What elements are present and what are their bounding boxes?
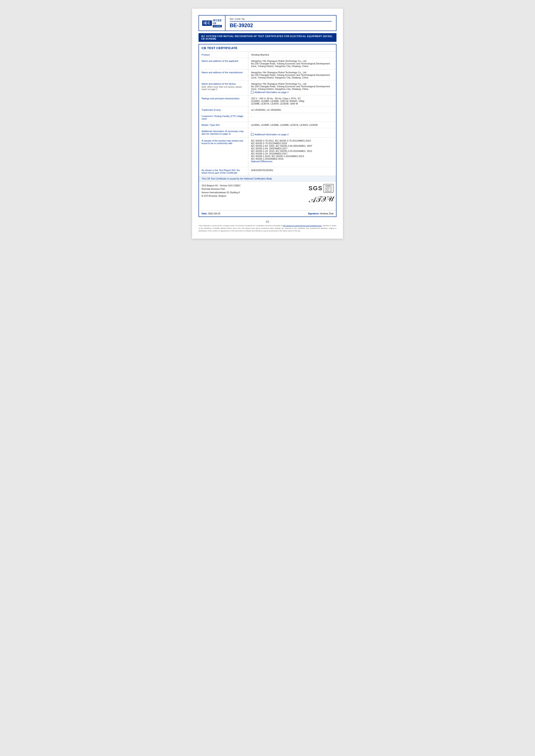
signature-label: Signature:	[308, 212, 320, 215]
cert-title: CB TEST CERTIFICATE	[199, 44, 336, 52]
additional-info-label: Additional Information on page 2	[254, 91, 288, 94]
field-label-conformity: A sample of the product was tested and f…	[199, 138, 248, 167]
scheme-badge: SCHEME	[213, 25, 222, 27]
cebec-svg	[326, 188, 331, 191]
issuing-body-text: This CB Test Certificate is issued by th…	[202, 177, 272, 180]
iecee-scheme: IECEE CB SCHEME	[213, 19, 222, 27]
ref-label: Ref. Certif. No.	[230, 18, 332, 20]
iec-text: IEC	[202, 20, 212, 26]
cert-reference: Ref. Certif. No. BE-39202	[225, 15, 336, 31]
field-label-report: As shown in the Test Report Ref. No. whi…	[199, 167, 248, 176]
field-label-model: Model / Type Ref.	[199, 122, 248, 128]
field-label-ctf: Customer's Testing Facility (CTF) Stage …	[199, 113, 248, 122]
additional-info-factory: Additional Information on page 2	[251, 91, 333, 94]
field-value-factory: Hangzhou Yile Shangyun Robot Technology …	[248, 81, 336, 95]
factory-note: Note: When more than one factory, please…	[202, 86, 245, 91]
logo-area: IEC IECEE CB SCHEME	[199, 15, 225, 31]
iec-banner: IEC SYSTEM FOR MUTUAL RECOGNITION OF TES…	[199, 33, 336, 42]
certificate-page: IEC IECEE CB SCHEME Ref. Certif. No. BE-…	[192, 9, 343, 239]
cebec-icon	[325, 187, 331, 192]
footer-right: SGS CEBEC 𝒜𝒯𝒳𝒰	[308, 184, 333, 208]
field-value-trademark: LE-VENDING, LE VENDING	[248, 107, 336, 113]
additional-info-label-2: Additional Information on page 2	[254, 133, 288, 136]
signature-field: Signature: Andrew Zhai	[308, 212, 333, 215]
field-value-additional: - Additional Information on page 2	[248, 128, 336, 138]
checkbox-icon	[251, 91, 253, 94]
date-field: Date: 2021-04-23	[202, 212, 220, 215]
certificate-box: CB TEST CERTIFICATE Product Vending Mach…	[199, 44, 336, 217]
signature-image: 𝒜𝒯𝒳𝒰	[309, 194, 334, 208]
table-row: Name and address of the applicant Hangzh…	[199, 58, 336, 69]
date-label: Date:	[202, 212, 208, 215]
field-value-ctf: -	[248, 113, 336, 122]
additional-info-main: Additional Information on page 2	[251, 133, 333, 136]
table-row: Product Vending Machine	[199, 52, 336, 58]
field-value-manufacturer: Hangzhou Yile Shangyun Robot Technology …	[248, 69, 336, 81]
table-row: Model / Type Ref. LE308G, LE308F, LE308E…	[199, 122, 336, 128]
field-value-ratings: 220 V - 240 V; 50 Hz - 60 Hz; Class I; I…	[248, 95, 336, 107]
sgs-logo: SGS	[308, 185, 323, 192]
page-footer: 1/1 This certificate is issued by the co…	[199, 220, 336, 232]
field-label-manufacturer: Name and address of the manufacturer	[199, 69, 248, 81]
table-row: Name and address of the manufacturer Han…	[199, 69, 336, 81]
table-row: Trademark (if any) LE-VENDING, LE VENDIN…	[199, 107, 336, 113]
issuing-body-banner: This CB Test Certificate is issued by th…	[199, 176, 336, 181]
page-number: 1/1	[199, 220, 336, 223]
table-row: Additional information (if necessary may…	[199, 128, 336, 138]
table-row: As shown in the Test Report Ref. No. whi…	[199, 167, 336, 176]
field-value-product: Vending Machine	[248, 52, 336, 58]
field-label-factory: Name and address of the factory Note: Wh…	[199, 81, 248, 95]
field-label-additional: Additional information (if necessary may…	[199, 128, 248, 138]
table-row: Name and address of the factory Note: Wh…	[199, 81, 336, 95]
field-label-applicant: Name and address of the applicant	[199, 58, 248, 69]
checkbox-icon-2	[251, 133, 253, 136]
date-value: 2021-04-23	[208, 212, 220, 215]
header: IEC IECEE CB SCHEME Ref. Certif. No. BE-…	[199, 15, 336, 31]
field-value-applicant: Hangzhou Yile Shangyun Robot Technology …	[248, 58, 336, 69]
disclaimer-link[interactable]: http://www.sgs.com/en/Terms-and-Conditio…	[283, 225, 322, 227]
iecee-text: IECEE	[213, 19, 222, 22]
cert-table: Product Vending Machine Name and address…	[199, 52, 336, 176]
table-row: Ratings and principal characteristics 22…	[199, 95, 336, 107]
field-label-ratings: Ratings and principal characteristics	[199, 95, 248, 107]
table-row: Customer's Testing Facility (CTF) Stage …	[199, 113, 336, 122]
footer-section: SGS Belgium NV - Division SGS CEBEC Rive…	[199, 181, 336, 210]
sgs-logo-area: SGS CEBEC	[308, 184, 333, 193]
field-label-trademark: Trademark (if any)	[199, 107, 248, 113]
iec-logo: IEC IECEE CB SCHEME	[202, 19, 222, 27]
signature-area: 𝒜𝒯𝒳𝒰	[309, 195, 333, 208]
disclaimer-text: This certificate is issued by the compan…	[199, 225, 336, 232]
field-value-report: SHES200701263401	[248, 167, 336, 176]
field-value-model: LE308G, LE308F, LE308E, LE308B, LE307A, …	[248, 122, 336, 128]
table-row: A sample of the product was tested and f…	[199, 138, 336, 167]
cebec-logo: CEBEC	[324, 184, 333, 193]
date-signature-row: Date: 2021-04-23 Signature: Andrew Zhai	[199, 210, 336, 217]
signature-value: Andrew Zhai	[320, 212, 333, 215]
cb-text: CB	[213, 22, 222, 25]
field-label-product: Product	[199, 52, 248, 58]
field-value-conformity: IEC 60335-2-75:2012, IEC 60335-2-75:2012…	[248, 138, 336, 167]
issuer-address: SGS Belgium NV - Division SGS CEBEC Rive…	[202, 184, 304, 198]
national-differences-label: National Differences:	[251, 160, 273, 163]
svg-rect-0	[326, 188, 331, 191]
cert-number: BE-39202	[230, 21, 332, 28]
